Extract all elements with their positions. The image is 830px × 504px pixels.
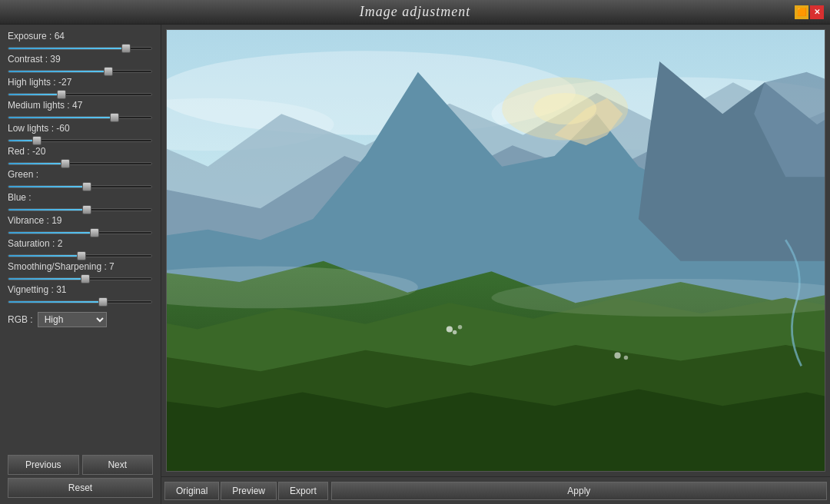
slider-track-vignetting	[8, 300, 152, 303]
slider-track-medlights	[8, 116, 152, 119]
slider-fill-blue	[8, 209, 87, 211]
slider-thumb-highlights[interactable]	[57, 90, 66, 99]
slider-track-blue	[8, 208, 152, 211]
slider-track-container-lowlights	[8, 135, 153, 146]
export-button[interactable]: Export	[278, 482, 328, 500]
slider-track-smoothsharp	[8, 277, 152, 280]
slider-track-highlights	[8, 93, 152, 96]
previous-button[interactable]: Previous	[8, 455, 79, 475]
slider-label-vignetting: Vignetting : 31	[8, 284, 153, 295]
slider-fill-red	[8, 163, 65, 164]
image-area	[161, 25, 830, 476]
main-layout: Exposure : 64Contrast : 39High lights : …	[0, 25, 830, 504]
slider-label-contrast: Contrast : 39	[8, 54, 153, 65]
svg-point-22	[533, 93, 596, 124]
image-display	[166, 29, 825, 472]
slider-track-saturation	[8, 254, 152, 257]
slider-label-exposure: Exposure : 64	[8, 31, 153, 41]
slider-thumb-medlights[interactable]	[110, 113, 119, 122]
svg-point-15	[453, 330, 456, 334]
slider-fill-green	[8, 186, 87, 187]
slider-track-container-smoothsharp	[8, 274, 153, 284]
slider-row-lowlights: Low lights : -60	[8, 123, 153, 146]
slider-thumb-vignetting[interactable]	[98, 297, 108, 307]
slider-thumb-vibrance[interactable]	[90, 228, 99, 237]
preview-button[interactable]: Preview	[221, 482, 277, 500]
svg-point-17	[614, 353, 620, 359]
slider-row-vibrance: Vibrance : 19	[8, 215, 153, 238]
slider-fill-contrast	[8, 71, 108, 72]
slider-row-blue: Blue :	[8, 192, 153, 215]
window-controls: 🟧 ✕	[795, 5, 824, 19]
slider-thumb-exposure[interactable]	[121, 44, 131, 53]
slider-track-container-exposure	[8, 43, 153, 54]
bottom-toolbar: Original Preview Export Apply	[161, 476, 830, 504]
slider-track-contrast	[8, 70, 152, 73]
slider-track-container-blue	[8, 204, 153, 215]
slider-label-saturation: Saturation : 2	[8, 238, 153, 249]
slider-row-red: Red : -20	[8, 146, 153, 169]
right-panel: Original Preview Export Apply	[161, 25, 830, 504]
slider-label-blue: Blue :	[8, 192, 153, 203]
slider-label-vibrance: Vibrance : 19	[8, 215, 153, 226]
slider-thumb-green[interactable]	[82, 182, 91, 191]
slider-track-container-highlights	[8, 89, 153, 100]
rgb-select[interactable]: Low Medium High	[38, 312, 107, 327]
slider-row-contrast: Contrast : 39	[8, 54, 153, 77]
titlebar: Image adjustment 🟧 ✕	[0, 0, 830, 25]
slider-track-vibrance	[8, 231, 152, 234]
slider-row-vignetting: Vignetting : 31	[8, 284, 153, 307]
slider-row-exposure: Exposure : 64	[8, 31, 153, 54]
slider-row-highlights: High lights : -27	[8, 77, 153, 100]
slider-track-exposure	[8, 47, 152, 50]
rgb-row: RGB : Low Medium High	[8, 312, 153, 327]
slider-track-container-vibrance	[8, 227, 153, 238]
app-title: Image adjustment	[360, 4, 470, 20]
left-panel: Exposure : 64Contrast : 39High lights : …	[0, 25, 161, 504]
slider-thumb-smoothsharp[interactable]	[81, 274, 90, 284]
slider-row-medlights: Medium lights : 47	[8, 100, 153, 123]
slider-fill-saturation	[8, 255, 81, 257]
slider-label-green: Green :	[8, 169, 153, 180]
slider-thumb-lowlights[interactable]	[32, 136, 42, 145]
slider-track-container-saturation	[8, 250, 153, 261]
slider-track-red	[8, 162, 152, 165]
slider-track-container-red	[8, 158, 153, 169]
slider-fill-vignetting	[8, 301, 103, 303]
slider-label-lowlights: Low lights : -60	[8, 123, 153, 134]
slider-thumb-saturation[interactable]	[77, 251, 86, 260]
slider-track-green	[8, 185, 152, 188]
slider-label-medlights: Medium lights : 47	[8, 100, 153, 111]
apply-button[interactable]: Apply	[331, 482, 827, 500]
slider-track-container-medlights	[8, 112, 153, 123]
slider-row-green: Green :	[8, 169, 153, 192]
slider-fill-medlights	[8, 117, 115, 118]
slider-fill-exposure	[8, 48, 126, 49]
slider-track-container-green	[8, 181, 153, 192]
sliders-container: Exposure : 64Contrast : 39High lights : …	[8, 31, 153, 307]
slider-row-smoothsharp: Smoothing/Sharpening : 7	[8, 261, 153, 284]
mountain-image	[167, 30, 825, 471]
minimize-button[interactable]: 🟧	[795, 5, 808, 19]
slider-track-lowlights	[8, 139, 152, 142]
svg-point-18	[624, 356, 628, 360]
close-button[interactable]: ✕	[810, 5, 824, 19]
slider-fill-vibrance	[8, 232, 95, 234]
slider-fill-highlights	[8, 94, 61, 95]
slider-label-smoothsharp: Smoothing/Sharpening : 7	[8, 261, 153, 272]
reset-button[interactable]: Reset	[8, 478, 153, 498]
slider-fill-smoothsharp	[8, 278, 85, 280]
rgb-label: RGB :	[8, 314, 33, 325]
svg-point-16	[458, 325, 462, 329]
slider-thumb-contrast[interactable]	[104, 67, 113, 76]
slider-thumb-red[interactable]	[61, 159, 70, 168]
original-button[interactable]: Original	[164, 482, 219, 500]
svg-point-14	[447, 326, 453, 332]
slider-track-container-vignetting	[8, 297, 153, 307]
slider-track-container-contrast	[8, 66, 153, 77]
slider-thumb-blue[interactable]	[82, 205, 91, 214]
next-button[interactable]: Next	[82, 455, 154, 475]
slider-row-saturation: Saturation : 2	[8, 238, 153, 261]
slider-label-highlights: High lights : -27	[8, 77, 153, 88]
slider-label-red: Red : -20	[8, 146, 153, 157]
